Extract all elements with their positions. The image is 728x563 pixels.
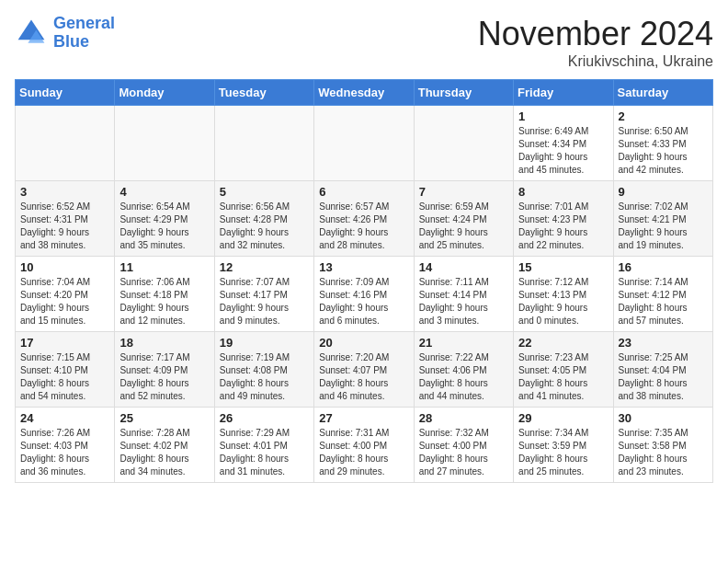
calendar-cell: 20Sunrise: 7:20 AM Sunset: 4:07 PM Dayli…: [314, 332, 414, 408]
day-number: 16: [619, 260, 708, 274]
day-info: Sunrise: 7:19 AM Sunset: 4:08 PM Dayligh…: [220, 351, 309, 403]
weekday-header-row: SundayMondayTuesdayWednesdayThursdayFrid…: [16, 80, 713, 106]
day-number: 21: [419, 336, 508, 350]
day-info: Sunrise: 7:23 AM Sunset: 4:05 PM Dayligh…: [518, 351, 608, 403]
day-number: 9: [619, 185, 708, 199]
logo-icon: [15, 17, 48, 50]
weekday-header-friday: Friday: [514, 80, 613, 106]
day-number: 17: [20, 336, 109, 350]
day-number: 25: [119, 411, 209, 425]
calendar-cell: 23Sunrise: 7:25 AM Sunset: 4:04 PM Dayli…: [613, 332, 712, 408]
logo: General Blue: [15, 15, 115, 52]
day-info: Sunrise: 7:17 AM Sunset: 4:09 PM Dayligh…: [119, 351, 209, 403]
day-info: Sunrise: 7:25 AM Sunset: 4:04 PM Dayligh…: [619, 351, 708, 403]
calendar-cell: 15Sunrise: 7:12 AM Sunset: 4:13 PM Dayli…: [514, 257, 613, 332]
week-row-5: 24Sunrise: 7:26 AM Sunset: 4:03 PM Dayli…: [16, 408, 713, 483]
calendar-cell: 5Sunrise: 6:56 AM Sunset: 4:28 PM Daylig…: [214, 181, 313, 257]
day-number: 1: [518, 109, 608, 123]
day-info: Sunrise: 6:50 AM Sunset: 4:33 PM Dayligh…: [619, 125, 708, 177]
day-info: Sunrise: 6:52 AM Sunset: 4:31 PM Dayligh…: [20, 201, 109, 252]
calendar-cell: [16, 106, 115, 181]
day-info: Sunrise: 6:56 AM Sunset: 4:28 PM Dayligh…: [220, 201, 309, 252]
day-number: 10: [20, 260, 109, 274]
day-number: 29: [518, 411, 608, 425]
calendar-cell: 19Sunrise: 7:19 AM Sunset: 4:08 PM Dayli…: [214, 332, 313, 408]
day-info: Sunrise: 7:20 AM Sunset: 4:07 PM Dayligh…: [319, 351, 408, 403]
week-row-4: 17Sunrise: 7:15 AM Sunset: 4:10 PM Dayli…: [16, 332, 713, 408]
weekday-header-thursday: Thursday: [414, 80, 513, 106]
day-number: 8: [518, 185, 608, 199]
calendar-cell: 26Sunrise: 7:29 AM Sunset: 4:01 PM Dayli…: [214, 408, 313, 483]
day-number: 18: [119, 336, 209, 350]
day-number: 24: [20, 411, 109, 425]
day-info: Sunrise: 7:09 AM Sunset: 4:16 PM Dayligh…: [319, 276, 408, 327]
day-info: Sunrise: 6:49 AM Sunset: 4:34 PM Dayligh…: [518, 125, 608, 177]
day-info: Sunrise: 6:59 AM Sunset: 4:24 PM Dayligh…: [419, 201, 508, 252]
day-number: 7: [419, 185, 508, 199]
weekday-header-saturday: Saturday: [613, 80, 712, 106]
day-number: 22: [518, 336, 608, 350]
calendar-cell: 17Sunrise: 7:15 AM Sunset: 4:10 PM Dayli…: [16, 332, 115, 408]
day-info: Sunrise: 7:26 AM Sunset: 4:03 PM Dayligh…: [20, 427, 109, 478]
day-number: 30: [619, 411, 708, 425]
calendar-cell: 10Sunrise: 7:04 AM Sunset: 4:20 PM Dayli…: [16, 257, 115, 332]
day-info: Sunrise: 7:31 AM Sunset: 4:00 PM Dayligh…: [319, 427, 408, 478]
day-info: Sunrise: 7:35 AM Sunset: 3:58 PM Dayligh…: [619, 427, 708, 478]
day-info: Sunrise: 7:07 AM Sunset: 4:17 PM Dayligh…: [220, 276, 309, 327]
day-info: Sunrise: 7:02 AM Sunset: 4:21 PM Dayligh…: [619, 201, 708, 252]
calendar-table: SundayMondayTuesdayWednesdayThursdayFrid…: [15, 79, 713, 483]
week-row-3: 10Sunrise: 7:04 AM Sunset: 4:20 PM Dayli…: [16, 257, 713, 332]
day-number: 11: [119, 260, 209, 274]
calendar-cell: 7Sunrise: 6:59 AM Sunset: 4:24 PM Daylig…: [414, 181, 513, 257]
day-number: 13: [319, 260, 408, 274]
day-info: Sunrise: 7:04 AM Sunset: 4:20 PM Dayligh…: [20, 276, 109, 327]
calendar-cell: [115, 106, 214, 181]
calendar-cell: 8Sunrise: 7:01 AM Sunset: 4:23 PM Daylig…: [514, 181, 613, 257]
calendar-cell: 11Sunrise: 7:06 AM Sunset: 4:18 PM Dayli…: [115, 257, 214, 332]
day-info: Sunrise: 7:22 AM Sunset: 4:06 PM Dayligh…: [419, 351, 508, 403]
day-info: Sunrise: 7:06 AM Sunset: 4:18 PM Dayligh…: [119, 276, 209, 327]
calendar-cell: 12Sunrise: 7:07 AM Sunset: 4:17 PM Dayli…: [214, 257, 313, 332]
calendar-cell: 21Sunrise: 7:22 AM Sunset: 4:06 PM Dayli…: [414, 332, 513, 408]
calendar-cell: 24Sunrise: 7:26 AM Sunset: 4:03 PM Dayli…: [16, 408, 115, 483]
calendar-cell: 18Sunrise: 7:17 AM Sunset: 4:09 PM Dayli…: [115, 332, 214, 408]
day-number: 19: [220, 336, 309, 350]
day-info: Sunrise: 7:01 AM Sunset: 4:23 PM Dayligh…: [518, 201, 608, 252]
calendar-cell: 14Sunrise: 7:11 AM Sunset: 4:14 PM Dayli…: [414, 257, 513, 332]
day-number: 26: [220, 411, 309, 425]
week-row-1: 1Sunrise: 6:49 AM Sunset: 4:34 PM Daylig…: [16, 106, 713, 181]
day-number: 3: [20, 185, 109, 199]
day-info: Sunrise: 7:15 AM Sunset: 4:10 PM Dayligh…: [20, 351, 109, 403]
page-header: General Blue November 2024 Kriukivschina…: [15, 15, 713, 70]
calendar-cell: 27Sunrise: 7:31 AM Sunset: 4:00 PM Dayli…: [314, 408, 414, 483]
calendar-cell: [214, 106, 313, 181]
weekday-header-wednesday: Wednesday: [314, 80, 414, 106]
calendar-cell: 30Sunrise: 7:35 AM Sunset: 3:58 PM Dayli…: [613, 408, 712, 483]
weekday-header-monday: Monday: [115, 80, 214, 106]
day-info: Sunrise: 7:11 AM Sunset: 4:14 PM Dayligh…: [419, 276, 508, 327]
calendar-cell: 3Sunrise: 6:52 AM Sunset: 4:31 PM Daylig…: [16, 181, 115, 257]
day-number: 15: [518, 260, 608, 274]
day-info: Sunrise: 6:54 AM Sunset: 4:29 PM Dayligh…: [119, 201, 209, 252]
calendar-cell: 4Sunrise: 6:54 AM Sunset: 4:29 PM Daylig…: [115, 181, 214, 257]
logo-line1: General: [53, 14, 115, 32]
calendar-cell: 13Sunrise: 7:09 AM Sunset: 4:16 PM Dayli…: [314, 257, 414, 332]
day-info: Sunrise: 6:57 AM Sunset: 4:26 PM Dayligh…: [319, 201, 408, 252]
calendar-cell: 1Sunrise: 6:49 AM Sunset: 4:34 PM Daylig…: [514, 106, 613, 181]
day-number: 12: [220, 260, 309, 274]
day-info: Sunrise: 7:29 AM Sunset: 4:01 PM Dayligh…: [220, 427, 309, 478]
logo-line2: Blue: [53, 32, 89, 51]
weekday-header-sunday: Sunday: [16, 80, 115, 106]
day-info: Sunrise: 7:28 AM Sunset: 4:02 PM Dayligh…: [119, 427, 209, 478]
day-info: Sunrise: 7:14 AM Sunset: 4:12 PM Dayligh…: [619, 276, 708, 327]
day-number: 23: [619, 336, 708, 350]
title-block: November 2024 Kriukivschina, Ukraine: [478, 15, 713, 70]
calendar-cell: 2Sunrise: 6:50 AM Sunset: 4:33 PM Daylig…: [613, 106, 712, 181]
logo-text: General Blue: [53, 15, 115, 52]
day-number: 5: [220, 185, 309, 199]
calendar-cell: 6Sunrise: 6:57 AM Sunset: 4:26 PM Daylig…: [314, 181, 414, 257]
calendar-cell: 16Sunrise: 7:14 AM Sunset: 4:12 PM Dayli…: [613, 257, 712, 332]
calendar-cell: 29Sunrise: 7:34 AM Sunset: 3:59 PM Dayli…: [514, 408, 613, 483]
day-number: 6: [319, 185, 408, 199]
calendar-cell: 25Sunrise: 7:28 AM Sunset: 4:02 PM Dayli…: [115, 408, 214, 483]
